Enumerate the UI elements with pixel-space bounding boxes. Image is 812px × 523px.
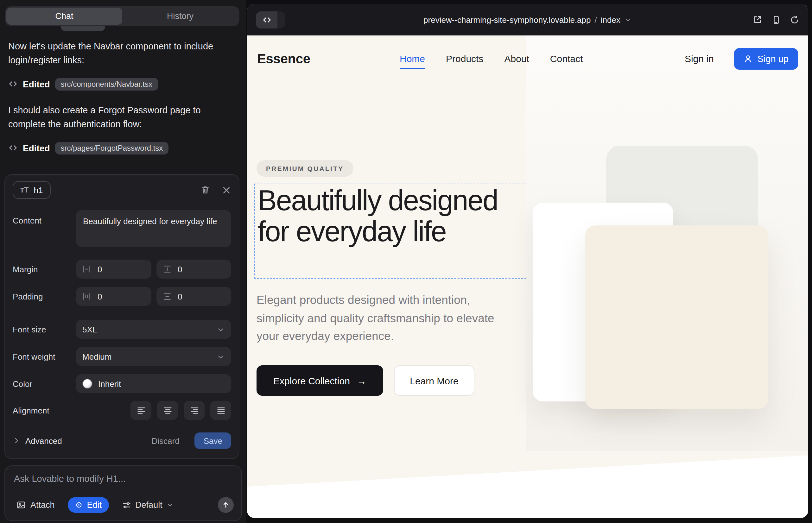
- topbar-actions: [753, 15, 799, 25]
- nav-link-home[interactable]: Home: [400, 53, 425, 64]
- nav-link-about[interactable]: About: [504, 53, 529, 64]
- panel-tabs: Chat History: [5, 6, 240, 26]
- padding-horizontal-icon: [82, 292, 91, 301]
- font-size-row: Font size 5XL: [13, 320, 231, 339]
- align-right-icon: [190, 406, 198, 414]
- code-view-toggle[interactable]: [256, 11, 285, 28]
- edited-label: Edited: [23, 79, 50, 89]
- align-justify-icon: [216, 406, 225, 414]
- edit-mode-button[interactable]: Edit: [68, 497, 109, 513]
- nav-link-products[interactable]: Products: [446, 53, 483, 64]
- chat-message: I should also create a Forgot Password p…: [8, 103, 239, 132]
- attach-label: Attach: [30, 500, 55, 510]
- app: Chat History Now let's update the Navbar…: [0, 0, 812, 523]
- mode-select-button[interactable]: Default: [118, 500, 178, 510]
- margin-y-field: [156, 259, 231, 278]
- site-navbar: Essence Home Products About Contact Sign…: [247, 35, 808, 82]
- save-button[interactable]: Save: [195, 432, 231, 449]
- code-toggle-extension: [278, 11, 285, 28]
- element-editor: тT h1 Content Beautifully designed for e…: [4, 174, 240, 459]
- content-row: Content Beautifully designed for everyda…: [13, 210, 231, 247]
- chat-panel: Chat History Now let's update the Navbar…: [0, 0, 246, 523]
- font-size-value: 5XL: [82, 325, 97, 334]
- explore-collection-button[interactable]: Explore Collection →: [257, 365, 383, 396]
- margin-horizontal-icon: [82, 265, 91, 273]
- composer-toolbar: Attach Edit Default: [13, 497, 234, 513]
- site-logo[interactable]: Essence: [257, 51, 310, 66]
- mode-label: Default: [135, 500, 162, 510]
- person-icon: [744, 54, 753, 63]
- preview-topbar: preview--charming-site-symphony.lovable.…: [247, 4, 808, 35]
- code-icon: [8, 143, 18, 153]
- alignment-row: Alignment: [13, 401, 231, 420]
- file-chip[interactable]: src/components/Navbar.tsx: [55, 78, 158, 91]
- align-center-button[interactable]: [157, 401, 178, 420]
- code-icon: [256, 11, 278, 28]
- close-editor-button[interactable]: [222, 185, 231, 195]
- nav-link-contact[interactable]: Contact: [550, 53, 583, 64]
- color-row: Color Inherit: [13, 374, 231, 393]
- file-chip[interactable]: src/pages/ForgotPassword.tsx: [55, 142, 169, 155]
- font-size-select[interactable]: 5XL: [76, 320, 231, 339]
- align-left-button[interactable]: [130, 401, 152, 420]
- learn-more-button[interactable]: Learn More: [394, 365, 474, 396]
- url-separator: /: [595, 15, 597, 24]
- delete-element-button[interactable]: [200, 185, 210, 195]
- arrow-right-icon: →: [357, 375, 366, 386]
- preview-panel: preview--charming-site-symphony.lovable.…: [247, 4, 808, 518]
- site-canvas: Essence Home Products About Contact Sign…: [247, 35, 808, 518]
- hero-title[interactable]: Beautifully designed for everyday life: [258, 185, 523, 247]
- composer-input[interactable]: [13, 472, 234, 491]
- margin-y-input[interactable]: [176, 264, 225, 274]
- color-value: Inherit: [98, 379, 121, 389]
- refresh-button[interactable]: [790, 15, 799, 24]
- hero-badge: PREMIUM QUALITY: [257, 160, 353, 177]
- sign-up-label: Sign up: [758, 54, 789, 64]
- preview-url[interactable]: preview--charming-site-symphony.lovable.…: [423, 15, 632, 24]
- alignment-label: Alignment: [13, 405, 76, 415]
- chevron-down-icon: [624, 16, 632, 23]
- padding-y-input[interactable]: [176, 291, 225, 302]
- margin-x-field: [76, 259, 151, 278]
- sign-in-button[interactable]: Sign in: [681, 53, 718, 65]
- editor-header: тT h1: [13, 181, 231, 199]
- font-weight-select[interactable]: Medium: [76, 347, 231, 366]
- external-link-icon: [753, 15, 763, 25]
- content-input[interactable]: Beautifully designed for everyday life: [76, 210, 231, 247]
- file-edit-row: Edited src/pages/ForgotPassword.tsx: [8, 142, 239, 155]
- attach-button[interactable]: Attach: [13, 500, 58, 510]
- element-tag: h1: [34, 185, 43, 195]
- mobile-preview-button[interactable]: [772, 15, 781, 24]
- sign-up-button[interactable]: Sign up: [734, 48, 798, 69]
- hero-description: Elegant products designed with intention…: [257, 291, 511, 345]
- padding-x-input[interactable]: [96, 291, 145, 302]
- font-weight-label: Font weight: [13, 352, 76, 361]
- selected-heading-outline[interactable]: Beautifully designed for everyday life: [254, 184, 526, 278]
- tab-chat[interactable]: Chat: [6, 7, 122, 25]
- send-button[interactable]: [218, 497, 234, 513]
- refresh-icon: [790, 15, 799, 24]
- discard-button[interactable]: Discard: [148, 435, 183, 446]
- margin-x-input[interactable]: [96, 264, 145, 274]
- advanced-toggle[interactable]: Advanced: [13, 436, 62, 446]
- advanced-label: Advanced: [25, 436, 62, 446]
- content-label: Content: [13, 210, 76, 226]
- align-left-icon: [137, 406, 145, 414]
- editor-footer: Advanced Discard Save: [13, 432, 231, 449]
- padding-vertical-icon: [162, 292, 171, 301]
- code-icon: [8, 79, 18, 89]
- site-auth: Sign in Sign up: [681, 48, 798, 69]
- align-justify-button[interactable]: [210, 401, 231, 420]
- trash-icon: [200, 185, 210, 195]
- color-select[interactable]: Inherit: [76, 374, 231, 393]
- explore-label: Explore Collection: [273, 375, 350, 386]
- file-edit-row: Edited src/components/Navbar.tsx: [8, 78, 239, 91]
- open-external-button[interactable]: [753, 15, 763, 25]
- align-center-icon: [163, 406, 172, 414]
- sliders-icon: [122, 501, 131, 509]
- chat-messages: Now let's update the Navbar component to…: [8, 39, 239, 167]
- tab-history[interactable]: History: [122, 7, 238, 25]
- align-right-button[interactable]: [184, 401, 205, 420]
- margin-row: Margin: [13, 259, 231, 278]
- padding-label: Padding: [13, 292, 76, 301]
